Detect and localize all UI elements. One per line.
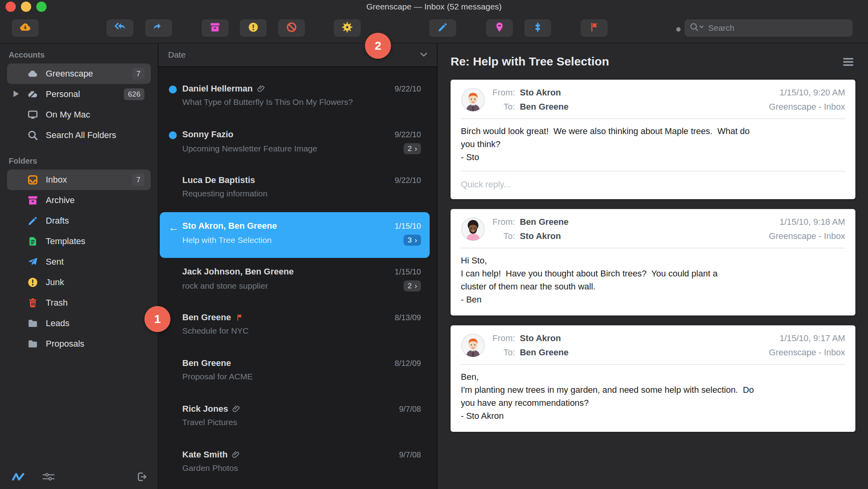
message-row[interactable]: Sonny Fazio 9/22/10 Upcoming Newsletter … bbox=[159, 121, 437, 166]
message-date: 1/15/10 bbox=[395, 222, 421, 231]
inbox-icon bbox=[27, 174, 39, 186]
message-datetime: 1/15/10, 9:18 AM bbox=[769, 217, 845, 227]
junk-exclamation-icon bbox=[27, 276, 39, 288]
preferences-sliders-button[interactable] bbox=[42, 471, 55, 484]
message-row[interactable]: Ben Greene 8/13/09 Schedule for NYC bbox=[159, 304, 437, 349]
folder-label: Sent bbox=[46, 257, 146, 267]
titlebar: Greenscape — Inbox (52 messages) bbox=[0, 0, 868, 13]
disclosure-triangle-icon[interactable] bbox=[13, 89, 19, 99]
message-row[interactable]: Jack Johnson, Ben Greene 1/15/10 rock an… bbox=[159, 258, 437, 304]
message-date: 9/22/10 bbox=[395, 176, 421, 185]
junk-exclamation-icon bbox=[247, 21, 259, 35]
block-icon bbox=[286, 21, 297, 35]
email-card: From: Ben Greene To: Sto Akron 1/15/10, … bbox=[451, 209, 855, 315]
chevron-down-icon[interactable] bbox=[420, 52, 427, 57]
message-date: 9/7/08 bbox=[399, 450, 421, 459]
thread-count-badge[interactable]: 2› bbox=[404, 280, 421, 291]
archive-button[interactable] bbox=[202, 19, 228, 37]
close-window-button[interactable] bbox=[6, 2, 16, 12]
gear-icon bbox=[341, 21, 354, 35]
block-button[interactable] bbox=[278, 19, 305, 37]
sidebar-item-proposals[interactable]: Proposals bbox=[7, 334, 151, 354]
forward-button[interactable] bbox=[145, 19, 172, 37]
email-card: From: Sto Akron To: Ben Greene 1/15/10, … bbox=[451, 80, 855, 199]
message-row[interactable]: Rick Jones 9/7/08 Travel Pictures bbox=[159, 395, 437, 441]
folder-icon bbox=[27, 317, 39, 329]
chevron-right-icon: › bbox=[415, 144, 417, 153]
message-date: 8/13/09 bbox=[395, 313, 421, 322]
message-row[interactable]: Ben Greene 8/12/09 Proposal for ACME bbox=[159, 349, 437, 395]
to-label: To: bbox=[492, 347, 515, 358]
sidebar-item-junk[interactable]: Junk bbox=[7, 272, 151, 293]
search-icon bbox=[689, 22, 706, 34]
reading-pane: Re: Help with Tree Selection From: Sto A… bbox=[438, 43, 868, 489]
window-controls bbox=[6, 2, 47, 12]
annotation-step-2: 2 bbox=[365, 33, 391, 59]
sidebar: Accounts Greenscape 7 Personal 626 On My… bbox=[0, 43, 159, 489]
sidebar-item-on-my-mac[interactable]: On My Mac bbox=[7, 105, 151, 125]
thread-menu-button[interactable] bbox=[842, 57, 855, 69]
message-datetime: 1/15/10, 9:17 AM bbox=[769, 333, 845, 343]
chevron-right-icon: › bbox=[415, 282, 417, 290]
thread-count-badge[interactable]: 3› bbox=[404, 235, 421, 246]
sidebar-item-search-all-folders[interactable]: Search All Folders bbox=[7, 125, 151, 146]
paperclip-icon bbox=[257, 84, 266, 93]
settings-button[interactable] bbox=[334, 19, 361, 37]
unread-dot bbox=[169, 131, 177, 139]
message-folder: Greenscape - Inbox bbox=[769, 347, 845, 358]
message-subject: Upcoming Newsletter Feature Image bbox=[182, 144, 317, 153]
folders-section-label: Folders bbox=[9, 157, 158, 166]
compose-button[interactable] bbox=[429, 19, 456, 37]
map-pin-icon bbox=[494, 21, 505, 35]
message-folder: Greenscape - Inbox bbox=[769, 102, 845, 112]
folder-label: Archive bbox=[46, 195, 146, 205]
unread-dot bbox=[169, 86, 177, 93]
monitor-icon bbox=[27, 109, 39, 121]
thread-count-badge[interactable]: 2› bbox=[404, 143, 421, 154]
sidebar-item-sent[interactable]: Sent bbox=[7, 252, 151, 272]
activity-button[interactable] bbox=[12, 472, 24, 483]
message-row[interactable]: Luca De Baptistis 9/22/10 Requesting inf… bbox=[159, 166, 437, 212]
sender-name: Ben Greene bbox=[182, 358, 231, 368]
to-name: Ben Greene bbox=[520, 347, 569, 358]
paper-plane-icon bbox=[27, 256, 39, 268]
message-subject: What Type of Butterfly Is This On My Flo… bbox=[182, 97, 353, 107]
message-row[interactable]: Daniel Hellerman 9/22/10 What Type of Bu… bbox=[159, 75, 437, 121]
reply-all-icon bbox=[114, 21, 126, 35]
unread-count-badge: 7 bbox=[132, 174, 144, 186]
sort-header[interactable]: Date bbox=[159, 43, 437, 67]
sidebar-item-personal[interactable]: Personal 626 bbox=[7, 84, 151, 105]
message-row-selected[interactable]: ← Sto Akron, Ben Greene 1/15/10 Help wit… bbox=[160, 212, 430, 258]
search-input[interactable] bbox=[708, 23, 848, 33]
message-row[interactable]: Kate Smith 9/7/08 Garden Photos bbox=[159, 441, 437, 487]
reply-all-button[interactable] bbox=[107, 19, 133, 37]
sidebar-item-templates[interactable]: Templates bbox=[7, 231, 151, 252]
search-box[interactable] bbox=[685, 19, 853, 37]
sidebar-item-inbox[interactable]: Inbox 7 bbox=[7, 170, 151, 190]
pin-button[interactable] bbox=[486, 19, 513, 37]
folder-label: Trash bbox=[46, 298, 146, 308]
sidebar-item-trash[interactable]: Trash bbox=[7, 293, 151, 313]
account-label: Search All Folders bbox=[46, 130, 146, 140]
get-mail-button[interactable] bbox=[12, 19, 39, 37]
flag-button[interactable] bbox=[581, 19, 608, 37]
logout-button[interactable] bbox=[136, 471, 148, 484]
window-title: Greenscape — Inbox (52 messages) bbox=[366, 2, 501, 11]
message-subject: Travel Pictures bbox=[182, 418, 237, 427]
filter-button[interactable] bbox=[524, 19, 551, 37]
sender-name: Sonny Fazio bbox=[182, 129, 234, 140]
sender-name: Ben Greene bbox=[182, 312, 231, 323]
message-date: 1/15/10 bbox=[395, 267, 421, 276]
sidebar-item-archive[interactable]: Archive bbox=[7, 190, 151, 211]
cloud-download-icon bbox=[19, 21, 32, 35]
pencil-icon bbox=[437, 21, 449, 35]
sidebar-item-leads[interactable]: Leads bbox=[7, 313, 151, 334]
zoom-window-button[interactable] bbox=[36, 2, 47, 12]
quick-reply-input[interactable]: Quick reply... bbox=[461, 171, 845, 190]
account-label: Greenscape bbox=[46, 69, 132, 79]
sidebar-item-drafts[interactable]: Drafts bbox=[7, 211, 151, 231]
message-list: Date Daniel Hellerman 9/22/10 What Type … bbox=[159, 43, 438, 489]
mark-junk-button[interactable] bbox=[240, 19, 267, 37]
minimize-window-button[interactable] bbox=[21, 2, 31, 12]
sidebar-item-greenscape[interactable]: Greenscape 7 bbox=[7, 63, 151, 84]
